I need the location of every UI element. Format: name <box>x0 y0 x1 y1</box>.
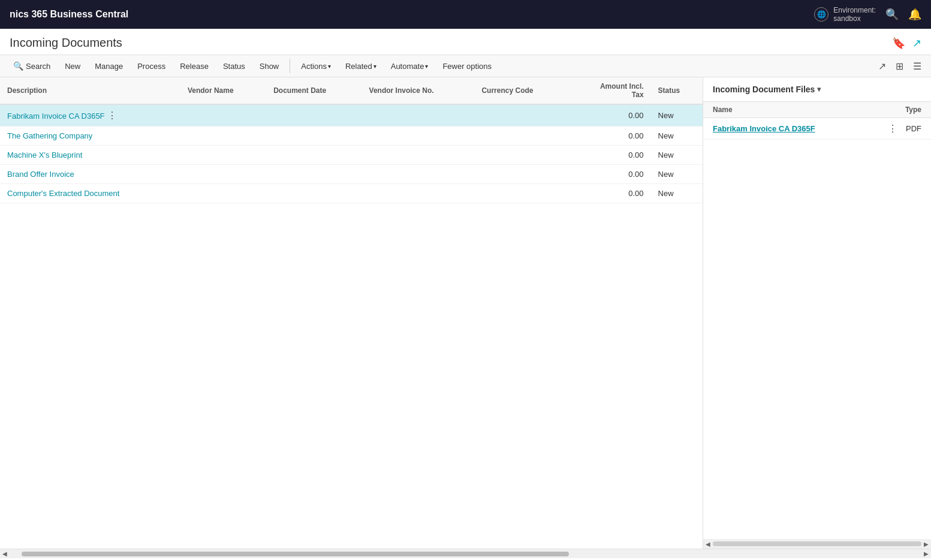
row-vendor-name <box>180 104 266 127</box>
panel-row[interactable]: Fabrikam Invoice CA D365F⋮PDF <box>703 118 931 140</box>
panel-row-name[interactable]: Fabrikam Invoice CA D365F <box>713 124 884 133</box>
table-row[interactable]: The Gathering Company0.00New <box>0 127 703 146</box>
table-header: Description Vendor Name Document Date Ve… <box>0 77 703 104</box>
bottom-scroll-right-arrow[interactable]: ▶ <box>921 550 931 557</box>
env-label: Environment: sandbox <box>833 6 876 23</box>
list-view-icon[interactable]: ☰ <box>911 58 924 74</box>
row-description-link[interactable]: Brand Offer Invoice <box>7 170 74 179</box>
row-description-link[interactable]: Computer's Extracted Document <box>7 189 119 198</box>
table-body: Fabrikam Invoice CA D365F⋮0.00NewThe Gat… <box>0 104 703 203</box>
row-vendor-name <box>180 146 266 165</box>
row-currency-code <box>474 127 568 146</box>
table-row[interactable]: Brand Offer Invoice0.00New <box>0 165 703 184</box>
toolbar-separator <box>290 59 290 73</box>
bottom-scroll-track <box>10 552 921 556</box>
row-document-date <box>266 146 361 165</box>
bookmark-icon[interactable]: 🔖 <box>892 37 905 50</box>
related-button[interactable]: Related ▾ <box>339 58 382 74</box>
share-icon[interactable]: ↗ <box>912 37 921 50</box>
filter-icon[interactable]: ⊞ <box>893 58 906 74</box>
row-amount: 0.00 <box>568 146 651 165</box>
col-description[interactable]: Description <box>0 77 180 104</box>
col-currency-code[interactable]: Currency Code <box>474 77 568 104</box>
search-icon-top[interactable]: 🔍 <box>885 8 899 21</box>
table-row[interactable]: Machine X's Blueprint0.00New <box>0 146 703 165</box>
col-status[interactable]: Status <box>651 77 703 104</box>
panel-row-menu-button[interactable]: ⋮ <box>884 123 901 134</box>
automate-button[interactable]: Automate ▾ <box>385 58 435 74</box>
col-document-date[interactable]: Document Date <box>266 77 361 104</box>
bottom-scroll-thumb <box>22 552 569 556</box>
actions-chevron-icon: ▾ <box>328 63 331 70</box>
row-status: New <box>651 146 703 165</box>
row-currency-code <box>474 184 568 203</box>
automate-chevron-icon: ▾ <box>425 63 428 70</box>
row-vendor-name <box>180 165 266 184</box>
row-document-date <box>266 184 361 203</box>
page-header: Incoming Documents 🔖 ↗ <box>0 29 931 55</box>
panel-col-type: Type <box>817 106 921 114</box>
table-row[interactable]: Fabrikam Invoice CA D365F⋮0.00New <box>0 104 703 127</box>
fewer-options-button[interactable]: Fewer options <box>436 58 498 74</box>
process-button[interactable]: Process <box>131 58 171 74</box>
show-button[interactable]: Show <box>254 58 285 74</box>
row-description-link[interactable]: Fabrikam Invoice CA D365F <box>7 112 105 121</box>
actions-button[interactable]: Actions ▾ <box>295 58 337 74</box>
row-description-link[interactable]: Machine X's Blueprint <box>7 150 82 159</box>
row-amount: 0.00 <box>568 184 651 203</box>
panel-scrollbar[interactable]: ◀ ▶ <box>703 539 931 549</box>
env-info: 🌐 Environment: sandbox <box>814 6 876 23</box>
row-vendor-invoice-no <box>362 146 475 165</box>
panel-body: Fabrikam Invoice CA D365F⋮PDF <box>703 118 931 539</box>
related-chevron-icon: ▾ <box>373 63 376 70</box>
bell-icon[interactable]: 🔔 <box>908 8 921 21</box>
release-button[interactable]: Release <box>174 58 215 74</box>
top-bar: nics 365 Business Central 🌐 Environment:… <box>0 0 931 29</box>
search-button[interactable]: 🔍 Search <box>7 58 56 74</box>
row-currency-code <box>474 165 568 184</box>
documents-table: Description Vendor Name Document Date Ve… <box>0 77 703 203</box>
page-title: Incoming Documents <box>10 36 122 50</box>
status-button[interactable]: Status <box>217 58 251 74</box>
table-area: Description Vendor Name Document Date Ve… <box>0 77 703 549</box>
panel-col-name: Name <box>713 106 817 114</box>
top-bar-right: 🌐 Environment: sandbox 🔍 🔔 <box>814 6 921 23</box>
row-vendor-name <box>180 127 266 146</box>
app-title: nics 365 Business Central <box>10 9 128 20</box>
row-status: New <box>651 165 703 184</box>
row-amount: 0.00 <box>568 127 651 146</box>
bottom-scrollbar[interactable]: ◀ ▶ <box>0 549 931 558</box>
globe-icon: 🌐 <box>814 7 828 22</box>
col-vendor-invoice-no[interactable]: Vendor Invoice No. <box>362 77 475 104</box>
right-panel-title: Incoming Document Files <box>713 85 815 94</box>
table-row[interactable]: Computer's Extracted Document0.00New <box>0 184 703 203</box>
share-toolbar-icon[interactable]: ↗ <box>876 58 888 74</box>
scroll-bar-thumb <box>713 541 921 546</box>
toolbar-right: ↗ ⊞ ☰ <box>876 58 924 74</box>
row-description-link[interactable]: The Gathering Company <box>7 131 92 140</box>
row-amount: 0.00 <box>568 104 651 127</box>
col-vendor-name[interactable]: Vendor Name <box>180 77 266 104</box>
row-vendor-invoice-no <box>362 127 475 146</box>
row-currency-code <box>474 104 568 127</box>
row-currency-code <box>474 146 568 165</box>
row-amount: 0.00 <box>568 165 651 184</box>
col-amount-incl-tax[interactable]: Amount Incl.Tax <box>568 77 651 104</box>
scroll-right-arrow[interactable]: ▶ <box>924 541 929 547</box>
bottom-scroll-left-arrow[interactable]: ◀ <box>0 550 10 557</box>
row-status: New <box>651 104 703 127</box>
panel-chevron-icon[interactable]: ▾ <box>817 85 821 94</box>
panel-row-type: PDF <box>906 124 921 133</box>
manage-button[interactable]: Manage <box>89 58 129 74</box>
panel-table-header: Name Type <box>703 102 931 118</box>
right-panel: Incoming Document Files ▾ Name Type Fabr… <box>703 77 931 549</box>
toolbar: 🔍 Search New Manage Process Release Stat… <box>0 55 931 77</box>
new-button[interactable]: New <box>59 58 86 74</box>
row-context-menu-button[interactable]: ⋮ <box>105 110 119 121</box>
row-vendor-invoice-no <box>362 184 475 203</box>
page-header-icons: 🔖 ↗ <box>892 37 921 50</box>
row-status: New <box>651 127 703 146</box>
row-document-date <box>266 165 361 184</box>
row-status: New <box>651 184 703 203</box>
scroll-left-arrow[interactable]: ◀ <box>706 541 710 547</box>
